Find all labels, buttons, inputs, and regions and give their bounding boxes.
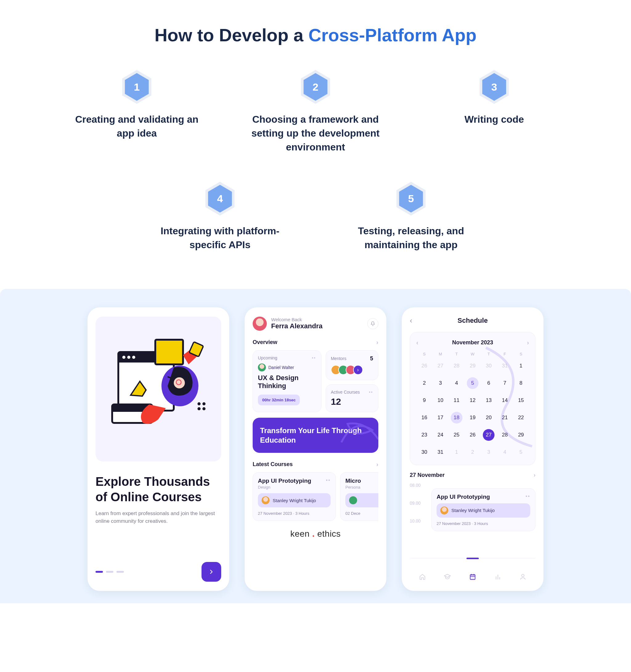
step-3: 3 Writing code (426, 70, 562, 154)
chevron-right-icon: › (376, 461, 378, 468)
tab-stats[interactable] (493, 572, 503, 582)
svg-point-3 (127, 356, 130, 359)
swirl-icon (477, 341, 535, 453)
course-card-2[interactable]: Micro Persona 02 Dece (340, 472, 378, 521)
svg-point-17 (522, 574, 524, 577)
svg-point-13 (202, 402, 205, 405)
date-cell[interactable]: 16 (419, 412, 430, 424)
tab-home[interactable] (418, 572, 427, 582)
graduation-icon (444, 573, 451, 580)
chevron-right-icon: › (376, 339, 378, 346)
page-container: How to Develop a Cross-Platform App 1 Cr… (0, 0, 631, 603)
course-category: Persona (345, 485, 378, 489)
course-teacher-row (345, 493, 378, 507)
step-label: Testing, releasing, and maintaining the … (343, 224, 479, 252)
date-cell[interactable]: 28 (451, 360, 462, 372)
date-cell[interactable]: 26 (419, 360, 430, 372)
chevron-right-icon: › (534, 472, 535, 478)
date-cell[interactable]: 23 (419, 429, 430, 441)
steps-row-2: 4 Integrating with platform-specific API… (0, 175, 631, 258)
date-cell[interactable]: 9 (419, 394, 430, 406)
phone-schedule: ‹ Schedule ‹ November 2023 › SMTWTFS 262… (402, 307, 544, 591)
date-cell[interactable]: 30 (419, 446, 430, 458)
svg-point-14 (198, 407, 201, 410)
tab-profile[interactable] (518, 572, 528, 582)
hero-illustration (96, 317, 221, 461)
step-4: 4 Integrating with platform-specific API… (152, 182, 288, 252)
date-cell[interactable]: 4 (451, 377, 462, 389)
step-label: Choosing a framework and setting up the … (248, 113, 383, 154)
latest-heading[interactable]: Latest Courses › (253, 461, 378, 468)
schedule-header: ‹ Schedule (410, 317, 535, 325)
countdown-badge: 00hr 32min 18sec (258, 394, 300, 405)
schedule-title: Schedule (457, 317, 488, 325)
more-icon[interactable]: •• (526, 494, 530, 500)
brand-logo: keen . ethics (253, 529, 378, 539)
upcoming-card[interactable]: Upcoming •• Daniel Walter UX & Design Th… (253, 350, 321, 412)
pager-dots[interactable] (96, 571, 124, 573)
date-cell[interactable]: 2 (419, 377, 430, 389)
more-mentors-button[interactable]: › (353, 365, 363, 375)
date-cell[interactable]: 25 (451, 429, 462, 441)
event-card[interactable]: App UI Prototyping •• Stanley Wright Tuk… (431, 488, 535, 531)
mentors-count: 5 (370, 355, 373, 362)
timeline: 08.00 09.00 10.00 App UI Prototyping •• … (410, 483, 535, 544)
course-meta: 27 November 2023 · 3 Hours (258, 511, 331, 516)
tab-schedule[interactable] (468, 572, 478, 582)
latest-course-row[interactable]: App UI Prototyping Design •• Stanley Wri… (253, 472, 378, 521)
course-teacher: Stanley Wright Tukijo (273, 498, 316, 503)
home-icon (419, 573, 426, 580)
next-button[interactable] (202, 562, 221, 582)
date-cell[interactable]: 18 (451, 412, 462, 424)
course-card-1[interactable]: App UI Prototyping Design •• Stanley Wri… (253, 472, 336, 521)
course-title: App UI Prototyping (258, 478, 311, 484)
date-label: 27 November (410, 472, 445, 478)
date-cell[interactable]: 17 (434, 412, 446, 424)
date-cell[interactable]: 31 (434, 446, 446, 458)
teacher-avatar-icon (440, 506, 448, 514)
course-category: Design (258, 485, 311, 489)
date-cell[interactable]: 11 (451, 394, 462, 406)
course-meta: 02 Dece (345, 511, 378, 516)
back-button[interactable]: ‹ (410, 316, 412, 325)
teacher-avatar-icon (261, 496, 270, 504)
mentors-card[interactable]: Mentors 5 › (326, 350, 378, 380)
hex-icon: 3 (477, 70, 511, 104)
more-icon[interactable]: •• (369, 390, 373, 394)
teacher-avatar-icon (349, 496, 357, 504)
explore-title: Explore Thousands of Online Courses (96, 474, 221, 505)
user-avatar-icon[interactable] (253, 317, 267, 331)
notifications-button[interactable] (367, 318, 378, 329)
mentors-label: Mentors (331, 356, 347, 361)
dashboard-header: Welcome Back Ferra Alexandra (253, 317, 378, 331)
tab-courses[interactable] (443, 572, 452, 582)
active-courses-card[interactable]: Active Courses •• 12 (326, 384, 378, 412)
date-cell[interactable]: 24 (434, 429, 446, 441)
active-count: 12 (331, 397, 373, 407)
more-icon[interactable]: •• (312, 355, 316, 360)
more-icon[interactable]: •• (326, 478, 331, 483)
svg-point-4 (132, 356, 135, 359)
title-accent: Cross-Platform App (308, 25, 477, 45)
latest-label: Latest Courses (253, 461, 293, 467)
event-title: App UI Prototyping (436, 494, 490, 500)
svg-point-9 (174, 377, 185, 388)
overview-heading[interactable]: Overview › (253, 339, 378, 346)
dow-cell: M (432, 352, 448, 356)
chevron-right-icon (208, 569, 215, 575)
date-cell[interactable]: 27 (434, 360, 446, 372)
date-heading[interactable]: 27 November › (410, 472, 535, 478)
svg-point-2 (122, 356, 125, 359)
hex-icon: 2 (299, 70, 332, 104)
active-label: Active Courses (331, 390, 360, 394)
event-teacher-row: Stanley Wright Tukijo (436, 503, 530, 518)
title-pre: How to Develop a (154, 25, 308, 45)
step-1: 1 Creating and validating an app idea (69, 70, 205, 154)
date-cell[interactable]: 3 (434, 377, 446, 389)
cal-prev-button[interactable]: ‹ (416, 339, 419, 346)
date-cell[interactable]: 10 (434, 394, 446, 406)
date-cell[interactable]: 1 (451, 446, 462, 458)
mentor-avatars: › (331, 365, 373, 375)
teacher-name: Daniel Walter (268, 365, 294, 370)
promo-banner[interactable]: Transform Your Life Through Education (253, 418, 378, 453)
